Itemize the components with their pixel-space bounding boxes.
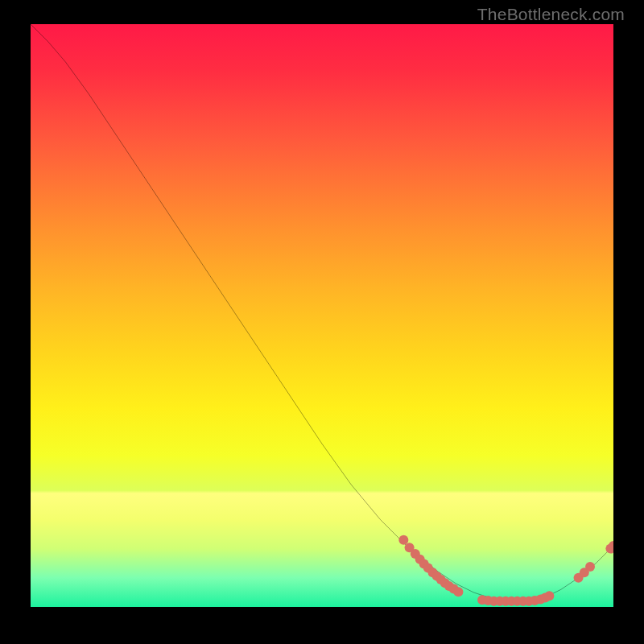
data-point	[398, 535, 408, 545]
plot-area	[31, 24, 613, 607]
points-layer	[31, 24, 613, 607]
data-point	[585, 562, 595, 572]
chart-stage: TheBottleneck.com	[0, 0, 644, 644]
data-point	[453, 587, 463, 597]
data-point	[544, 591, 554, 601]
watermark-text: TheBottleneck.com	[477, 5, 625, 24]
